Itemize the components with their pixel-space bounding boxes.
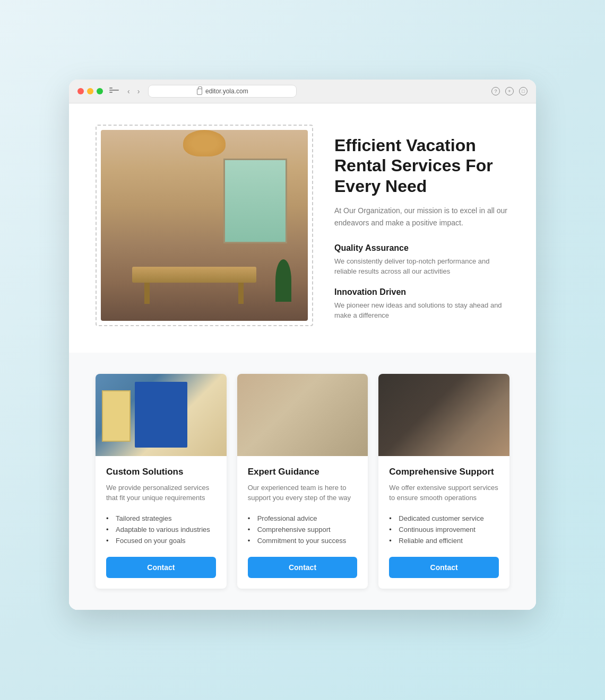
hero-subtitle: At Our Organization, our mission is to e… <box>334 205 509 229</box>
traffic-light-yellow[interactable] <box>87 88 93 94</box>
hero-image-container <box>96 125 313 326</box>
list-item: Reliable and efficient <box>389 535 499 546</box>
browser-window: ‹ › editor.yola.com ? + □ <box>69 80 536 610</box>
forward-button[interactable]: › <box>135 86 142 97</box>
card-1-list: Tailored strategies Adaptable to various… <box>106 513 216 546</box>
card-1-image <box>96 374 227 456</box>
lock-icon <box>197 89 202 95</box>
card-1-title: Custom Solutions <box>106 467 216 477</box>
feature-id-title: Innovation Driven <box>334 287 509 297</box>
list-item: Commitment to your success <box>248 535 358 546</box>
back-button[interactable]: ‹ <box>125 86 132 97</box>
list-item: Dedicated customer service <box>389 513 499 524</box>
feature-quality-assurance: Quality Assurance We consistently delive… <box>334 243 509 277</box>
card-comprehensive-support: Comprehensive Support We offer extensive… <box>378 374 509 589</box>
card-1-contact-button[interactable]: Contact <box>106 557 216 578</box>
card-3-desc: We offer extensive support services to e… <box>389 483 499 503</box>
hero-text: Efficient Vacation Rental Services For E… <box>334 125 509 331</box>
list-item: Focused on your goals <box>106 535 216 546</box>
browser-chrome: ‹ › editor.yola.com ? + □ <box>69 80 536 103</box>
list-item: Professional advice <box>248 513 358 524</box>
extensions-icon[interactable]: □ <box>519 87 528 95</box>
hero-title: Efficient Vacation Rental Services For E… <box>334 135 509 196</box>
card-1-desc: We provide personalized services that fi… <box>106 483 216 503</box>
url-text: editor.yola.com <box>205 88 248 95</box>
card-3-contact-button[interactable]: Contact <box>389 557 499 578</box>
address-bar[interactable]: editor.yola.com <box>148 85 297 98</box>
card-3-body: Comprehensive Support We offer extensive… <box>378 456 509 589</box>
hero-section: Efficient Vacation Rental Services For E… <box>69 103 536 353</box>
traffic-lights <box>77 88 103 94</box>
list-item: Tailored strategies <box>106 513 216 524</box>
card-2-desc: Our experienced team is here to support … <box>248 483 358 503</box>
card-2-body: Expert Guidance Our experienced team is … <box>237 456 368 589</box>
list-item: Adaptable to various industries <box>106 524 216 535</box>
scene-plant <box>275 259 291 302</box>
feature-qa-desc: We consistently deliver top-notch perfor… <box>334 256 509 277</box>
card-expert-guidance: Expert Guidance Our experienced team is … <box>237 374 368 589</box>
card-2-image <box>237 374 368 456</box>
cards-section: Custom Solutions We provide personalized… <box>69 353 536 610</box>
card-2-list: Professional advice Comprehensive suppor… <box>248 513 358 546</box>
image-dashed-border <box>96 125 313 326</box>
feature-innovation-driven: Innovation Driven We pioneer new ideas a… <box>334 287 509 321</box>
hanging-lamp <box>183 130 226 156</box>
scene-table <box>132 267 256 283</box>
card-3-image <box>378 374 509 456</box>
nav-buttons: ‹ › <box>125 86 142 97</box>
traffic-light-green[interactable] <box>97 88 103 94</box>
traffic-light-red[interactable] <box>77 88 84 94</box>
card-2-title: Expert Guidance <box>248 467 358 477</box>
question-icon[interactable]: ? <box>491 87 500 95</box>
browser-content: Efficient Vacation Rental Services For E… <box>69 103 536 610</box>
hero-image <box>101 130 308 321</box>
list-item: Comprehensive support <box>248 524 358 535</box>
card-custom-solutions: Custom Solutions We provide personalized… <box>96 374 227 589</box>
browser-right-icons: ? + □ <box>491 87 528 95</box>
list-item: Continuous improvement <box>389 524 499 535</box>
sidebar-toggle-icon[interactable] <box>109 88 119 95</box>
card-3-title: Comprehensive Support <box>389 467 499 477</box>
card-2-contact-button[interactable]: Contact <box>248 557 358 578</box>
card-1-body: Custom Solutions We provide personalized… <box>96 456 227 589</box>
add-tab-icon[interactable]: + <box>505 87 514 95</box>
scene-window <box>223 159 287 243</box>
feature-id-desc: We pioneer new ideas and solutions to st… <box>334 300 509 321</box>
card-3-list: Dedicated customer service Continuous im… <box>389 513 499 546</box>
feature-qa-title: Quality Assurance <box>334 243 509 253</box>
